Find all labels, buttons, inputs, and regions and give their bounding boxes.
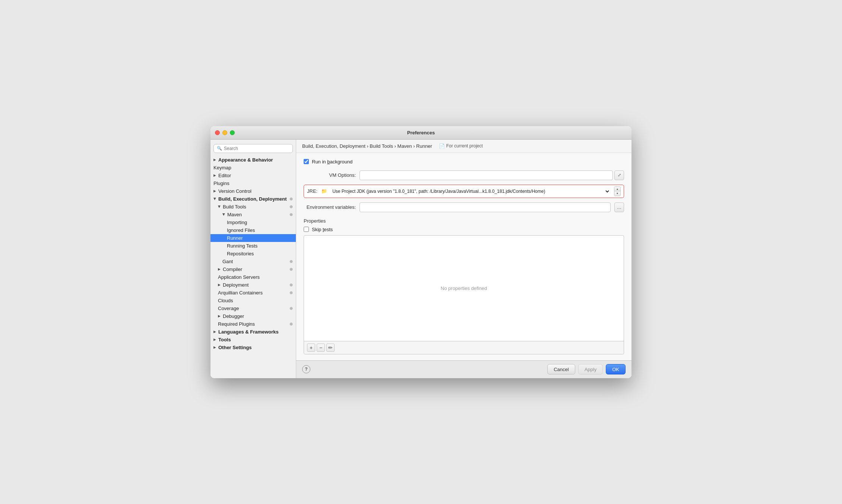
triangle-icon: ▶	[213, 189, 216, 193]
properties-toolbar: + − ✏	[304, 341, 624, 354]
triangle-icon: ▶	[218, 267, 221, 271]
sidebar-item-languages-frameworks[interactable]: ▶ Languages & Frameworks	[210, 328, 296, 336]
sidebar-item-maven[interactable]: ▶ Maven ⊕	[210, 211, 296, 218]
sidebar-item-label: Version Control	[218, 188, 251, 194]
jre-select[interactable]: Use Project JDK (java version "1.8.0_181…	[331, 186, 610, 196]
copy-icon: ⊕	[289, 204, 293, 209]
sidebar-item-other-settings[interactable]: ▶ Other Settings	[210, 344, 296, 351]
copy-icon: ⊕	[289, 212, 293, 217]
search-input[interactable]	[224, 146, 289, 151]
cancel-button[interactable]: Cancel	[547, 364, 575, 374]
close-button[interactable]	[215, 130, 220, 135]
minimize-button[interactable]	[222, 130, 227, 135]
title-bar: Preferences	[210, 126, 632, 140]
sidebar-item-plugins[interactable]: Plugins	[210, 179, 296, 187]
sidebar-item-version-control[interactable]: ▶ Version Control	[210, 187, 296, 195]
sidebar-item-label: Arquillian Containers	[218, 290, 263, 296]
sidebar-item-label: Deployment	[223, 282, 249, 288]
env-vars-row: Environment variables: …	[304, 202, 624, 212]
sidebar-item-tools[interactable]: ▶ Tools	[210, 336, 296, 344]
triangle-icon: ▶	[213, 345, 216, 349]
triangle-icon: ▶	[218, 283, 221, 287]
preferences-window: Preferences 🔍 ▶ Appearance & Behavior Ke…	[210, 126, 632, 378]
triangle-icon: ▶	[218, 205, 221, 208]
triangle-icon: ▶	[213, 330, 216, 334]
traffic-lights	[215, 130, 235, 135]
search-box[interactable]: 🔍	[213, 144, 293, 153]
window-title: Preferences	[407, 130, 435, 135]
sidebar-item-gant[interactable]: Gant ⊕	[210, 258, 296, 265]
sidebar-item-importing[interactable]: Importing	[210, 218, 296, 226]
sidebar-item-arquillian[interactable]: Arquillian Containers ⊕	[210, 289, 296, 297]
right-panel: Build, Execution, Deployment › Build Too…	[296, 140, 632, 378]
sidebar-item-application-servers[interactable]: Application Servers	[210, 273, 296, 281]
sidebar-item-deployment[interactable]: ▶ Deployment ⊕	[210, 281, 296, 289]
edit-property-button[interactable]: ✏	[326, 344, 335, 352]
remove-property-button[interactable]: −	[317, 344, 325, 352]
copy-icon: ⊕	[289, 306, 293, 311]
add-property-button[interactable]: +	[307, 344, 315, 352]
sidebar-item-editor[interactable]: ▶ Editor	[210, 172, 296, 179]
sidebar-item-compiler[interactable]: ▶ Compiler ⊕	[210, 265, 296, 273]
copy-icon: ⊕	[289, 267, 293, 272]
jre-spinner[interactable]: ▲ ▼	[614, 186, 621, 196]
sidebar-item-build-exec-deploy[interactable]: ▶ Build, Execution, Deployment ⊕	[210, 195, 296, 203]
sidebar-item-label: Importing	[227, 220, 247, 225]
jre-folder-icon: 📁	[321, 188, 327, 194]
run-in-background-checkbox[interactable]	[304, 159, 309, 164]
vm-options-expand-button[interactable]: ⤢	[614, 170, 624, 180]
apply-button[interactable]: Apply	[578, 364, 603, 374]
sidebar-item-label: Debugger	[223, 313, 244, 319]
maximize-button[interactable]	[230, 130, 235, 135]
env-vars-browse-button[interactable]: …	[614, 202, 624, 212]
triangle-icon: ▶	[218, 314, 221, 318]
sidebar-item-label: Editor	[218, 173, 231, 178]
sidebar-item-running-tests[interactable]: Running Tests	[210, 242, 296, 250]
sidebar-item-required-plugins[interactable]: Required Plugins ⊕	[210, 320, 296, 328]
sidebar-item-label: Appearance & Behavior	[218, 157, 273, 163]
breadcrumb: Build, Execution, Deployment › Build Too…	[296, 140, 632, 153]
sidebar-item-appearance[interactable]: ▶ Appearance & Behavior	[210, 156, 296, 164]
env-vars-input[interactable]	[360, 202, 611, 212]
properties-section: Properties Skip tests No properties defi…	[304, 218, 624, 354]
skip-tests-row: Skip tests	[304, 227, 624, 232]
vm-options-input[interactable]	[360, 170, 613, 180]
sidebar-item-keymap[interactable]: Keymap	[210, 164, 296, 172]
sidebar-item-label: Clouds	[218, 298, 233, 303]
help-button[interactable]: ?	[302, 365, 310, 373]
sidebar-item-label: Maven	[227, 212, 242, 217]
sidebar-item-build-tools[interactable]: ▶ Build Tools ⊕	[210, 203, 296, 211]
triangle-icon: ▶	[222, 213, 226, 216]
triangle-icon: ▶	[213, 158, 216, 162]
spinner-down-button[interactable]: ▼	[614, 191, 620, 196]
jre-label: JRE:	[307, 188, 317, 194]
ok-button[interactable]: OK	[606, 364, 626, 374]
sidebar-item-label: Runner	[227, 235, 243, 241]
current-project-label: For current project	[446, 143, 483, 149]
sidebar-item-label: Keymap	[213, 165, 231, 170]
sidebar-item-label: Build Tools	[223, 204, 246, 210]
sidebar-item-repositories[interactable]: Repositories	[210, 250, 296, 258]
sidebar-item-label: Ignored Files	[227, 227, 255, 233]
vm-options-input-group: ⤢	[360, 170, 624, 180]
sidebar-item-runner[interactable]: Runner	[210, 234, 296, 242]
skip-tests-label: Skip tests	[312, 227, 333, 232]
triangle-icon: ▶	[213, 173, 216, 177]
breadcrumb-path: Build, Execution, Deployment › Build Too…	[302, 143, 432, 149]
sidebar-item-coverage[interactable]: Coverage ⊕	[210, 304, 296, 312]
sidebar-item-label: Coverage	[218, 306, 239, 311]
properties-empty-message: No properties defined	[304, 236, 624, 341]
sidebar-item-label: Required Plugins	[218, 321, 255, 327]
spinner-up-button[interactable]: ▲	[614, 187, 620, 192]
sidebar-item-debugger[interactable]: ▶ Debugger	[210, 312, 296, 320]
sidebar-item-clouds[interactable]: Clouds	[210, 297, 296, 304]
sidebar-item-ignored-files[interactable]: Ignored Files	[210, 226, 296, 234]
document-icon: 📄	[439, 143, 445, 149]
sidebar-item-label: Compiler	[223, 267, 242, 272]
sidebar-item-label: Gant	[222, 259, 233, 264]
sidebar-item-label: Repositories	[227, 251, 254, 256]
env-vars-label: Environment variables:	[304, 204, 356, 210]
skip-tests-checkbox[interactable]	[304, 227, 309, 232]
sidebar-item-label: Other Settings	[218, 345, 252, 350]
triangle-icon: ▶	[213, 198, 217, 200]
